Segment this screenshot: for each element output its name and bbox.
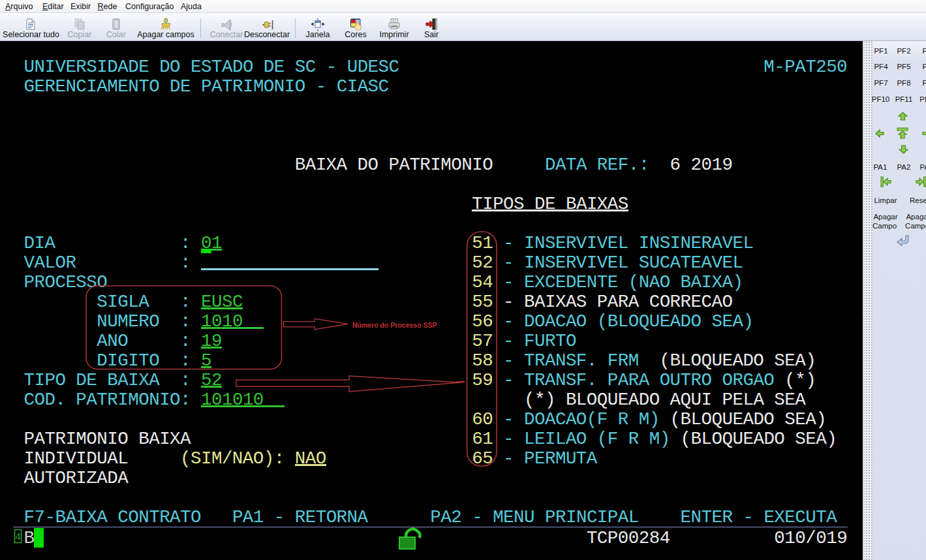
- svg-text:4: 4: [15, 532, 21, 543]
